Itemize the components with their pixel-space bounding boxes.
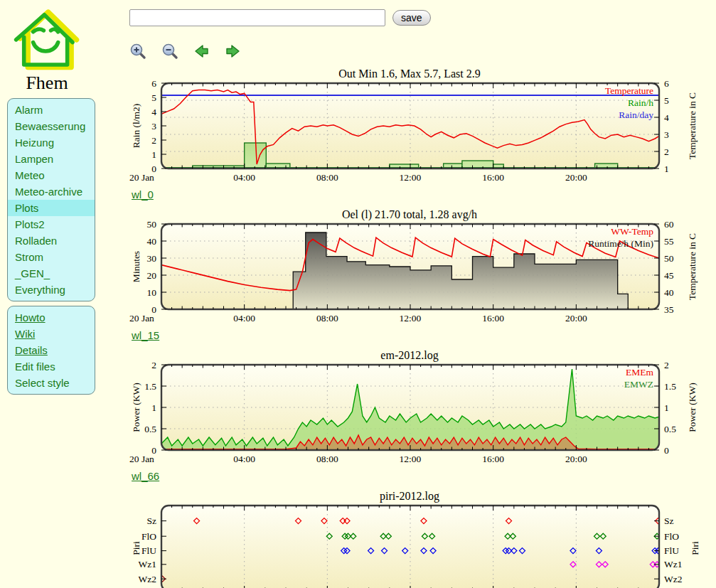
sidebar-item-lampen[interactable]: Lampen [8, 151, 95, 167]
svg-text:1: 1 [664, 402, 669, 413]
sidebar-item-plots2[interactable]: Plots2 [8, 216, 95, 232]
svg-text:1: 1 [664, 164, 669, 174]
svg-text:Sz: Sz [664, 515, 674, 526]
sidebar-item-meteo[interactable]: Meteo [8, 167, 95, 183]
svg-text:04:00: 04:00 [233, 454, 255, 464]
svg-text:08:00: 08:00 [316, 172, 338, 183]
svg-text:12:00: 12:00 [400, 172, 422, 183]
svg-text:1: 1 [151, 149, 156, 160]
svg-text:0.5: 0.5 [664, 424, 676, 434]
chart-block-piri: piri-2012.log SzSzFlOFlOFlUFlUWz1Wz1Wz2W… [129, 489, 716, 588]
svg-text:12:00: 12:00 [400, 313, 422, 324]
zoom-out-icon[interactable] [161, 43, 178, 63]
svg-text:0: 0 [664, 445, 669, 456]
svg-text:EMWZ: EMWZ [624, 379, 653, 390]
chart-rain-temp: 0123456123456Rain (l/m2)Temperature in C… [129, 80, 714, 188]
save-button[interactable]: save [392, 10, 431, 26]
sidebar-item-strom[interactable]: Strom [8, 249, 95, 265]
sidebar-item-alarm[interactable]: Alarm [8, 102, 95, 118]
sidebar-item-everything[interactable]: Everything [8, 282, 95, 298]
chart-oel: 01020304050354045505560MinutesTemperatur… [129, 221, 714, 329]
svg-text:Minutes: Minutes [131, 251, 141, 282]
plot-link-wl_15[interactable]: wl_15 [132, 329, 159, 341]
svg-text:3: 3 [664, 129, 669, 140]
svg-text:4: 4 [664, 112, 669, 123]
svg-text:Temperature in C: Temperature in C [687, 92, 698, 159]
svg-text:Temperature: Temperature [605, 85, 653, 96]
pan-right-icon[interactable] [225, 43, 241, 62]
svg-text:5: 5 [664, 95, 669, 106]
zoom-in-icon[interactable] [129, 43, 146, 63]
svg-text:6: 6 [151, 80, 156, 89]
svg-text:40: 40 [664, 287, 674, 298]
svg-text:2: 2 [151, 135, 156, 146]
svg-text:6: 6 [664, 80, 669, 89]
sidebar-item-heizung[interactable]: Heizung [8, 134, 95, 151]
svg-text:2: 2 [664, 362, 669, 370]
svg-text:50: 50 [664, 253, 674, 264]
svg-text:20 Jan: 20 Jan [129, 313, 154, 324]
chart-block-rain-temp: Out Min 1.6, Max 5.7, Last 2.9 012345612… [129, 67, 716, 202]
chart-title: piri-2012.log [129, 489, 714, 503]
svg-text:35: 35 [664, 304, 674, 315]
svg-text:Rain (l/m2): Rain (l/m2) [131, 104, 141, 149]
svg-text:Rain/h: Rain/h [628, 97, 653, 108]
sidebar-item-bewaesserung[interactable]: Bewaesserung [8, 118, 95, 134]
sidebar-item-plots[interactable]: Plots [8, 200, 95, 216]
plot-link-wl_0[interactable]: wl_0 [132, 188, 154, 201]
fhem-house-icon [10, 4, 84, 73]
sidebar-item-_gen_[interactable]: _GEN_ [8, 265, 95, 282]
svg-text:Power (KW): Power (KW) [687, 383, 698, 432]
sidebar-link-select-style[interactable]: Select style [8, 375, 95, 391]
fhem-logo: Fhem [7, 4, 87, 94]
svg-text:Piri: Piri [690, 541, 700, 555]
svg-text:Sz: Sz [147, 515, 157, 526]
svg-text:20:00: 20:00 [565, 454, 587, 464]
logo-title: Fhem [7, 73, 87, 94]
sidebar-link-details[interactable]: Details [8, 342, 95, 358]
svg-text:20:00: 20:00 [565, 172, 587, 183]
command-input[interactable] [129, 9, 385, 26]
sidebar-link-wiki[interactable]: Wiki [8, 326, 95, 342]
main-area: save [129, 0, 716, 588]
svg-text:Runtime/h (Min): Runtime/h (Min) [588, 238, 653, 249]
sidebar-item-meteo-archive[interactable]: Meteo-archive [8, 183, 95, 200]
svg-text:40: 40 [147, 236, 157, 247]
svg-text:0.5: 0.5 [144, 424, 156, 434]
svg-text:Wz1: Wz1 [664, 559, 682, 570]
svg-text:04:00: 04:00 [233, 172, 255, 183]
svg-text:20:00: 20:00 [565, 313, 587, 324]
chart-title: Oel (l) 21.70 total, 1.28 avg/h [129, 208, 714, 221]
svg-text:60: 60 [664, 221, 674, 230]
svg-text:20: 20 [147, 270, 157, 281]
svg-text:16:00: 16:00 [482, 172, 504, 183]
svg-text:EMEm: EMEm [626, 367, 653, 378]
svg-text:3: 3 [151, 121, 156, 132]
sidebar-links: HowtoWikiDetailsEdit filesSelect style [7, 306, 95, 395]
svg-text:4: 4 [151, 107, 156, 117]
plot-link-wl_66[interactable]: wl_66 [132, 470, 159, 482]
sidebar-link-howto[interactable]: Howto [8, 309, 95, 326]
svg-text:WW-Temp: WW-Temp [611, 226, 653, 237]
pan-left-icon[interactable] [193, 43, 210, 62]
svg-text:45: 45 [664, 270, 674, 281]
svg-text:FlU: FlU [664, 545, 679, 556]
sidebar-rooms: AlarmBewaesserungHeizungLampenMeteoMeteo… [7, 98, 95, 301]
svg-text:Power (KW): Power (KW) [131, 383, 141, 432]
svg-text:2: 2 [151, 362, 156, 370]
svg-text:16:00: 16:00 [482, 313, 504, 324]
sidebar-link-edit-files[interactable]: Edit files [8, 358, 95, 375]
svg-text:FlO: FlO [141, 531, 156, 542]
svg-text:55: 55 [664, 236, 674, 247]
svg-text:04:00: 04:00 [233, 313, 255, 324]
svg-text:Wz2: Wz2 [139, 574, 156, 584]
chart-block-oel: Oel (l) 21.70 total, 1.28 avg/h 01020304… [129, 208, 716, 343]
command-bar: save [129, 9, 716, 26]
svg-text:Rain/day: Rain/day [619, 109, 653, 120]
sidebar-item-rolladen[interactable]: Rolladen [8, 232, 95, 249]
svg-text:Temperature in C: Temperature in C [687, 233, 698, 300]
svg-text:Piri: Piri [131, 541, 141, 555]
left-column: Fhem AlarmBewaesserungHeizungLampenMeteo… [7, 4, 127, 395]
svg-text:20 Jan: 20 Jan [129, 172, 154, 183]
svg-text:08:00: 08:00 [316, 454, 338, 464]
